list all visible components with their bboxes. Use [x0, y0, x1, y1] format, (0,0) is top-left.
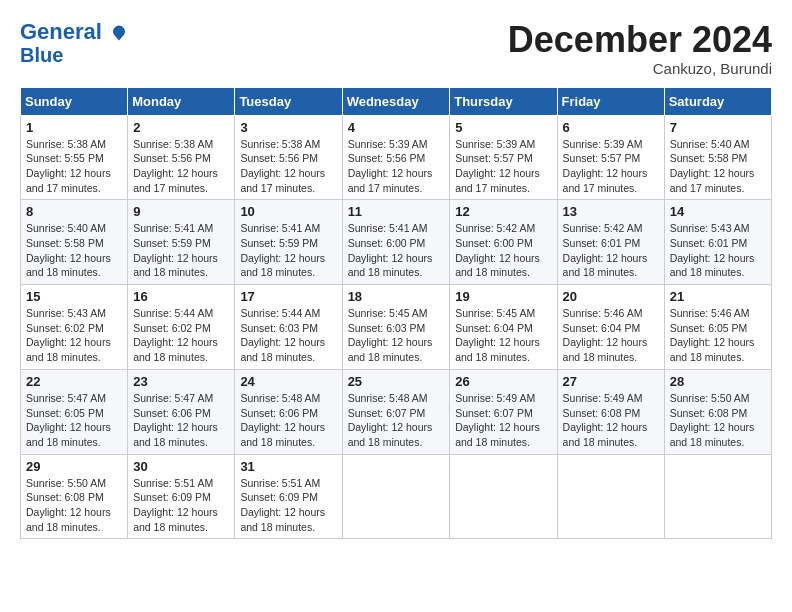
- day-info: Sunrise: 5:38 AMSunset: 5:56 PMDaylight:…: [240, 138, 325, 194]
- calendar-week-row: 8Sunrise: 5:40 AMSunset: 5:58 PMDaylight…: [21, 200, 772, 285]
- calendar-day-cell: 16Sunrise: 5:44 AMSunset: 6:02 PMDayligh…: [128, 285, 235, 370]
- calendar-day-cell: 31Sunrise: 5:51 AMSunset: 6:09 PMDayligh…: [235, 454, 342, 539]
- day-info: Sunrise: 5:38 AMSunset: 5:55 PMDaylight:…: [26, 138, 111, 194]
- day-number: 21: [670, 289, 766, 304]
- day-info: Sunrise: 5:41 AMSunset: 5:59 PMDaylight:…: [240, 222, 325, 278]
- day-number: 20: [563, 289, 659, 304]
- calendar-day-cell: 1Sunrise: 5:38 AMSunset: 5:55 PMDaylight…: [21, 115, 128, 200]
- day-info: Sunrise: 5:46 AMSunset: 6:04 PMDaylight:…: [563, 307, 648, 363]
- day-number: 11: [348, 204, 445, 219]
- weekday-cell: Saturday: [664, 87, 771, 115]
- calendar-day-cell: 23Sunrise: 5:47 AMSunset: 6:06 PMDayligh…: [128, 369, 235, 454]
- day-info: Sunrise: 5:49 AMSunset: 6:07 PMDaylight:…: [455, 392, 540, 448]
- day-info: Sunrise: 5:51 AMSunset: 6:09 PMDaylight:…: [133, 477, 218, 533]
- day-info: Sunrise: 5:44 AMSunset: 6:03 PMDaylight:…: [240, 307, 325, 363]
- day-info: Sunrise: 5:47 AMSunset: 6:05 PMDaylight:…: [26, 392, 111, 448]
- calendar-day-cell: 3Sunrise: 5:38 AMSunset: 5:56 PMDaylight…: [235, 115, 342, 200]
- day-info: Sunrise: 5:46 AMSunset: 6:05 PMDaylight:…: [670, 307, 755, 363]
- calendar-day-cell: 15Sunrise: 5:43 AMSunset: 6:02 PMDayligh…: [21, 285, 128, 370]
- day-number: 6: [563, 120, 659, 135]
- day-info: Sunrise: 5:39 AMSunset: 5:57 PMDaylight:…: [455, 138, 540, 194]
- logo-text: General: [20, 20, 128, 44]
- day-info: Sunrise: 5:43 AMSunset: 6:01 PMDaylight:…: [670, 222, 755, 278]
- day-number: 23: [133, 374, 229, 389]
- day-info: Sunrise: 5:50 AMSunset: 6:08 PMDaylight:…: [670, 392, 755, 448]
- day-info: Sunrise: 5:40 AMSunset: 5:58 PMDaylight:…: [670, 138, 755, 194]
- day-info: Sunrise: 5:43 AMSunset: 6:02 PMDaylight:…: [26, 307, 111, 363]
- day-info: Sunrise: 5:41 AMSunset: 5:59 PMDaylight:…: [133, 222, 218, 278]
- day-info: Sunrise: 5:48 AMSunset: 6:07 PMDaylight:…: [348, 392, 433, 448]
- day-number: 19: [455, 289, 551, 304]
- calendar-week-row: 29Sunrise: 5:50 AMSunset: 6:08 PMDayligh…: [21, 454, 772, 539]
- calendar-day-cell: 6Sunrise: 5:39 AMSunset: 5:57 PMDaylight…: [557, 115, 664, 200]
- day-info: Sunrise: 5:41 AMSunset: 6:00 PMDaylight:…: [348, 222, 433, 278]
- calendar-day-cell: 22Sunrise: 5:47 AMSunset: 6:05 PMDayligh…: [21, 369, 128, 454]
- calendar-day-cell: 18Sunrise: 5:45 AMSunset: 6:03 PMDayligh…: [342, 285, 450, 370]
- calendar-day-cell: 30Sunrise: 5:51 AMSunset: 6:09 PMDayligh…: [128, 454, 235, 539]
- weekday-cell: Friday: [557, 87, 664, 115]
- day-number: 27: [563, 374, 659, 389]
- day-info: Sunrise: 5:42 AMSunset: 6:01 PMDaylight:…: [563, 222, 648, 278]
- day-number: 8: [26, 204, 122, 219]
- day-number: 7: [670, 120, 766, 135]
- day-info: Sunrise: 5:45 AMSunset: 6:03 PMDaylight:…: [348, 307, 433, 363]
- day-info: Sunrise: 5:42 AMSunset: 6:00 PMDaylight:…: [455, 222, 540, 278]
- calendar-day-cell: 28Sunrise: 5:50 AMSunset: 6:08 PMDayligh…: [664, 369, 771, 454]
- day-info: Sunrise: 5:40 AMSunset: 5:58 PMDaylight:…: [26, 222, 111, 278]
- calendar-day-cell: [664, 454, 771, 539]
- day-number: 17: [240, 289, 336, 304]
- calendar-week-row: 22Sunrise: 5:47 AMSunset: 6:05 PMDayligh…: [21, 369, 772, 454]
- calendar-day-cell: 25Sunrise: 5:48 AMSunset: 6:07 PMDayligh…: [342, 369, 450, 454]
- calendar-day-cell: 26Sunrise: 5:49 AMSunset: 6:07 PMDayligh…: [450, 369, 557, 454]
- weekday-cell: Sunday: [21, 87, 128, 115]
- page-header: General Blue December 2024 Cankuzo, Buru…: [20, 20, 772, 77]
- calendar-week-row: 1Sunrise: 5:38 AMSunset: 5:55 PMDaylight…: [21, 115, 772, 200]
- calendar-day-cell: 8Sunrise: 5:40 AMSunset: 5:58 PMDaylight…: [21, 200, 128, 285]
- day-info: Sunrise: 5:39 AMSunset: 5:57 PMDaylight:…: [563, 138, 648, 194]
- calendar-day-cell: [342, 454, 450, 539]
- calendar-day-cell: 4Sunrise: 5:39 AMSunset: 5:56 PMDaylight…: [342, 115, 450, 200]
- calendar-day-cell: 21Sunrise: 5:46 AMSunset: 6:05 PMDayligh…: [664, 285, 771, 370]
- day-number: 26: [455, 374, 551, 389]
- calendar-day-cell: 20Sunrise: 5:46 AMSunset: 6:04 PMDayligh…: [557, 285, 664, 370]
- day-number: 14: [670, 204, 766, 219]
- day-number: 10: [240, 204, 336, 219]
- calendar-day-cell: 17Sunrise: 5:44 AMSunset: 6:03 PMDayligh…: [235, 285, 342, 370]
- day-info: Sunrise: 5:38 AMSunset: 5:56 PMDaylight:…: [133, 138, 218, 194]
- day-number: 12: [455, 204, 551, 219]
- day-number: 22: [26, 374, 122, 389]
- day-number: 5: [455, 120, 551, 135]
- calendar-day-cell: [450, 454, 557, 539]
- weekday-cell: Wednesday: [342, 87, 450, 115]
- day-number: 29: [26, 459, 122, 474]
- calendar-day-cell: 14Sunrise: 5:43 AMSunset: 6:01 PMDayligh…: [664, 200, 771, 285]
- calendar-day-cell: 29Sunrise: 5:50 AMSunset: 6:08 PMDayligh…: [21, 454, 128, 539]
- day-number: 4: [348, 120, 445, 135]
- day-info: Sunrise: 5:50 AMSunset: 6:08 PMDaylight:…: [26, 477, 111, 533]
- calendar-day-cell: 10Sunrise: 5:41 AMSunset: 5:59 PMDayligh…: [235, 200, 342, 285]
- day-info: Sunrise: 5:51 AMSunset: 6:09 PMDaylight:…: [240, 477, 325, 533]
- weekday-cell: Tuesday: [235, 87, 342, 115]
- weekday-cell: Thursday: [450, 87, 557, 115]
- month-title: December 2024: [508, 20, 772, 60]
- day-info: Sunrise: 5:48 AMSunset: 6:06 PMDaylight:…: [240, 392, 325, 448]
- logo-subtext: Blue: [20, 44, 63, 66]
- calendar-day-cell: 7Sunrise: 5:40 AMSunset: 5:58 PMDaylight…: [664, 115, 771, 200]
- day-number: 1: [26, 120, 122, 135]
- day-info: Sunrise: 5:47 AMSunset: 6:06 PMDaylight:…: [133, 392, 218, 448]
- calendar-day-cell: 24Sunrise: 5:48 AMSunset: 6:06 PMDayligh…: [235, 369, 342, 454]
- day-info: Sunrise: 5:49 AMSunset: 6:08 PMDaylight:…: [563, 392, 648, 448]
- calendar-day-cell: 5Sunrise: 5:39 AMSunset: 5:57 PMDaylight…: [450, 115, 557, 200]
- logo: General Blue: [20, 20, 128, 66]
- calendar-day-cell: 13Sunrise: 5:42 AMSunset: 6:01 PMDayligh…: [557, 200, 664, 285]
- day-number: 2: [133, 120, 229, 135]
- calendar-day-cell: 11Sunrise: 5:41 AMSunset: 6:00 PMDayligh…: [342, 200, 450, 285]
- day-number: 30: [133, 459, 229, 474]
- calendar-table: SundayMondayTuesdayWednesdayThursdayFrid…: [20, 87, 772, 540]
- calendar-body: 1Sunrise: 5:38 AMSunset: 5:55 PMDaylight…: [21, 115, 772, 539]
- day-number: 25: [348, 374, 445, 389]
- calendar-day-cell: [557, 454, 664, 539]
- location-title: Cankuzo, Burundi: [508, 60, 772, 77]
- day-number: 13: [563, 204, 659, 219]
- day-info: Sunrise: 5:39 AMSunset: 5:56 PMDaylight:…: [348, 138, 433, 194]
